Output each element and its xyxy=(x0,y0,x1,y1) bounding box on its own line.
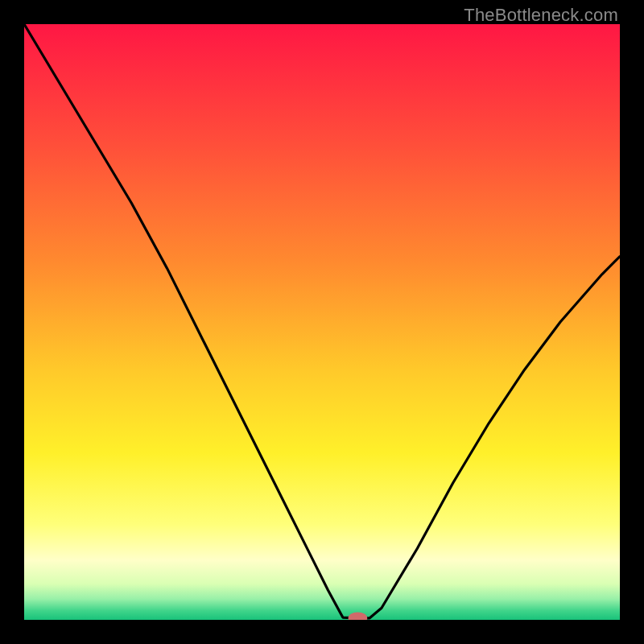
chart-frame: TheBottleneck.com xyxy=(0,0,644,644)
gradient-background xyxy=(24,24,620,620)
chart-svg xyxy=(24,24,620,620)
watermark-text: TheBottleneck.com xyxy=(464,5,618,26)
plot-area xyxy=(24,24,620,620)
